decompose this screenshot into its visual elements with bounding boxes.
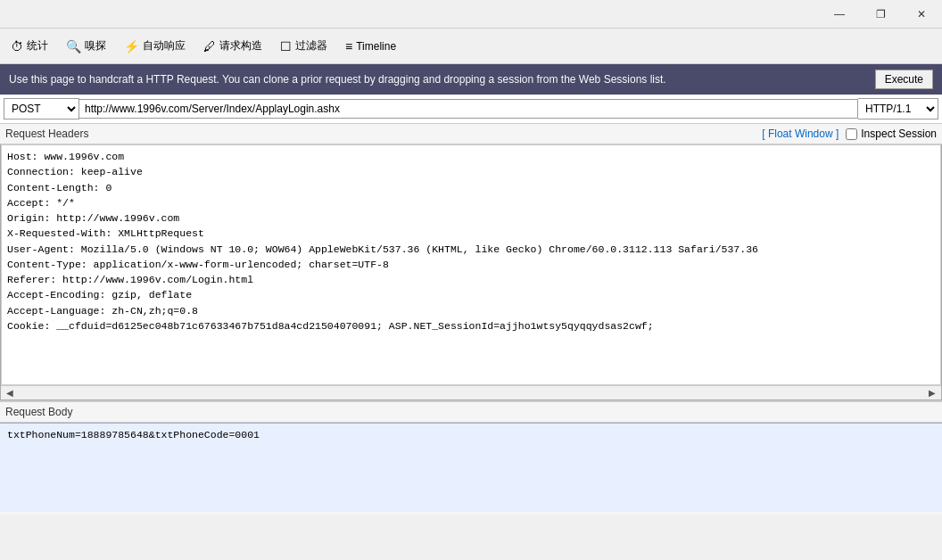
toolbar-item-sniff[interactable]: 🔍 嗅探 (59, 35, 113, 57)
toolbar-label-stats: 统计 (27, 38, 48, 54)
request-body-title: Request Body (5, 406, 72, 418)
compose-icon: 🖊 (203, 39, 216, 54)
request-body-header: Request Body (0, 402, 942, 423)
toolbar-item-stats[interactable]: ⏱ 统计 (4, 35, 55, 57)
method-select[interactable]: POST GET PUT DELETE HEAD OPTIONS (4, 98, 79, 119)
minimize-button[interactable]: — (819, 0, 860, 29)
url-input[interactable] (79, 99, 858, 119)
execute-button[interactable]: Execute (875, 70, 933, 89)
headers-wrapper: Host: www.1996v.com Connection: keep-ali… (0, 144, 942, 400)
headers-area[interactable]: Host: www.1996v.com Connection: keep-ali… (1, 144, 941, 385)
horizontal-scrollbar[interactable]: ◀ ▶ (1, 385, 941, 399)
section-controls: [ Float Window ] Inspect Session (762, 128, 937, 140)
sniff-icon: 🔍 (66, 39, 81, 54)
request-headers-header: Request Headers [ Float Window ] Inspect… (0, 124, 942, 144)
toolbar-label-compose: 请求构造 (219, 38, 262, 54)
stats-icon: ⏱ (11, 39, 23, 54)
scroll-right-arrow[interactable]: ▶ (925, 386, 939, 399)
toolbar-label-filter: 过滤器 (295, 38, 327, 54)
auto-icon: ⚡ (124, 39, 139, 54)
request-headers-title: Request Headers (5, 128, 88, 140)
filter-icon: ☐ (280, 39, 292, 54)
toolbar-label-timeline: Timeline (356, 40, 396, 53)
toolbar: ⏱ 统计 🔍 嗅探 ⚡ 自动响应 🖊 请求构造 ☐ 过滤器 ≡ Timeline (0, 29, 942, 64)
toolbar-label-auto: 自动响应 (143, 38, 186, 54)
protocol-select[interactable]: HTTP/1.1 HTTP/2 HTTPS/1.1 (858, 98, 938, 119)
toolbar-item-compose[interactable]: 🖊 请求构造 (196, 35, 269, 57)
main-content: Use this page to handcraft a HTTP Reques… (0, 64, 942, 560)
request-body-section: Request Body (0, 400, 942, 515)
timeline-icon: ≡ (345, 39, 352, 54)
toolbar-item-filter[interactable]: ☐ 过滤器 (273, 35, 335, 57)
info-bar: Use this page to handcraft a HTTP Reques… (0, 64, 942, 95)
titlebar: — ❐ ✕ (0, 0, 942, 29)
inspect-session-label[interactable]: Inspect Session (846, 128, 937, 140)
toolbar-label-sniff: 嗅探 (85, 38, 106, 54)
toolbar-item-auto[interactable]: ⚡ 自动响应 (117, 35, 193, 57)
close-button[interactable]: ✕ (901, 0, 942, 29)
inspect-session-checkbox[interactable] (846, 128, 857, 140)
inspect-session-text: Inspect Session (861, 128, 937, 140)
url-bar: POST GET PUT DELETE HEAD OPTIONS HTTP/1.… (0, 95, 942, 124)
body-textarea[interactable] (0, 423, 942, 512)
restore-button[interactable]: ❐ (860, 0, 901, 29)
float-window-link[interactable]: [ Float Window ] (762, 128, 839, 140)
scroll-left-arrow[interactable]: ◀ (3, 386, 17, 399)
info-bar-text: Use this page to handcraft a HTTP Reques… (9, 73, 866, 86)
toolbar-item-timeline[interactable]: ≡ Timeline (338, 36, 403, 57)
